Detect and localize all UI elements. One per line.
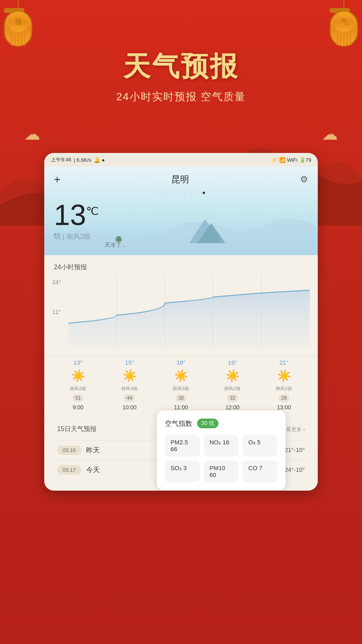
day-name-1: 今天 <box>86 465 106 475</box>
forecast-columns: 13° ☀️ 南风2级 51 9:00 15° ☀️ 静风4级 44 10:00… <box>44 355 318 414</box>
forecast-humidity-3: 32 <box>227 394 237 402</box>
forecast-col-2: 18° ☀️ 静风5级 38 11:00 <box>155 356 207 414</box>
forecast-col-1: 15° ☀️ 静风4级 44 10:00 <box>104 356 155 414</box>
co-value: 7 <box>259 464 262 471</box>
air-item-no2: NO₂ 16 <box>204 435 239 456</box>
chart-y-top: 24° <box>52 279 61 285</box>
battery-icon: 🔋79 <box>299 157 311 163</box>
status-left: 上午9:46 | 6.6K/s 🔔 ● <box>51 156 105 163</box>
no2-value: 16 <box>222 439 229 446</box>
bluetooth-icon: ⚡ <box>271 157 278 163</box>
so2-value: 3 <box>183 464 187 471</box>
forecast-wind-3: 静风2级 <box>208 386 257 392</box>
air-quality-label: 空气指数 <box>165 419 192 428</box>
air-item-co: CO 7 <box>243 460 278 482</box>
forecast-time-2: 11:00 <box>157 404 205 411</box>
hero-section: 天气预报 24小时实时预报 空气质量 <box>0 48 362 104</box>
phone-card: 上午9:46 | 6.6K/s 🔔 ● ⚡ 📶 WiFi 🔋79 + 昆明 <box>44 153 318 491</box>
forecast-icon-0: ☀️ <box>54 369 102 382</box>
lantern-right: 气 <box>330 0 358 47</box>
wifi-icon: WiFi <box>287 157 298 163</box>
status-network: | 6.6K/s <box>74 157 91 163</box>
forecast-24h-title: 24小时预报 <box>44 263 318 272</box>
air-item-pm10: PM10 60 <box>204 460 239 482</box>
air-item-pm25: PM2.5 66 <box>165 435 200 456</box>
settings-button[interactable]: ⚙ <box>300 174 308 185</box>
weather-header: + 昆明 ⚙ · · · · · · · · ● 13℃ 晴 | 南风2级 天冷… <box>44 167 318 255</box>
swirls: ☁ ☁ <box>0 125 362 143</box>
chart-y-bottom: 11° <box>52 309 61 315</box>
forecast-time-3: 12:00 <box>208 404 257 411</box>
forecast-time-4: 13:00 <box>260 404 308 411</box>
forecast-24h-section: 24小时预报 24° 11° <box>44 257 318 414</box>
signal-icon: 📶 <box>279 157 286 163</box>
forecast-icon-4: ☀️ <box>260 369 308 382</box>
forecast-humidity-0: 51 <box>73 394 83 402</box>
day-date-1: 03.17 <box>57 465 81 475</box>
air-item-o3: O₃ 5 <box>243 435 278 456</box>
day-date-0: 03.16 <box>57 446 81 455</box>
air-quality-popup: 空气指数 30 优 PM2.5 66 NO₂ 16 O₃ 5 SO₂ 3 PM1… <box>157 411 286 490</box>
air-item-so2: SO₂ 3 <box>165 460 200 482</box>
forecast-icon-3: ☀️ <box>208 369 257 382</box>
forecast-wind-0: 南风2级 <box>54 386 102 392</box>
air-quality-grid: PM2.5 66 NO₂ 16 O₃ 5 SO₂ 3 PM10 60 CO 7 <box>165 435 278 482</box>
air-popup-header: 空气指数 30 优 <box>165 419 278 428</box>
status-right: ⚡ 📶 WiFi 🔋79 <box>271 157 311 163</box>
pm25-value: 66 <box>171 446 177 452</box>
forecast-wind-4: 静风2级 <box>260 386 308 392</box>
forecast-wind-2: 静风5级 <box>157 386 205 392</box>
forecast-time-0: 9:00 <box>54 404 102 411</box>
air-quality-badge: 30 优 <box>197 419 218 428</box>
forecast-temp-0: 13° <box>54 359 102 366</box>
add-city-button[interactable]: + <box>54 173 60 186</box>
page-dots: · · · · · · · · ● <box>54 189 308 196</box>
status-time: 上午9:46 <box>51 156 71 163</box>
forecast-temp-3: 19° <box>208 359 257 366</box>
forecast-col-3: 19° ☀️ 静风2级 32 12:00 <box>207 356 258 414</box>
o3-value: 5 <box>257 439 260 446</box>
forecast-time-1: 10:00 <box>105 404 154 411</box>
forecast-wind-1: 静风4级 <box>105 386 154 392</box>
forecast-humidity-2: 38 <box>176 394 186 402</box>
app-title: 天气预报 <box>0 48 362 85</box>
pm10-value: 60 <box>210 471 216 478</box>
forecast-temp-4: 21° <box>260 359 308 366</box>
status-bar: 上午9:46 | 6.6K/s 🔔 ● ⚡ 📶 WiFi 🔋79 <box>44 153 318 167</box>
city-name: 昆明 <box>171 173 189 186</box>
weather-nav: + 昆明 ⚙ <box>54 173 308 186</box>
weather-note: 天冷了， <box>105 242 127 249</box>
mountain-illustration <box>44 215 318 255</box>
forecast-humidity-1: 44 <box>124 394 134 402</box>
forecast-humidity-4: 28 <box>279 394 289 402</box>
day-name-0: 昨天 <box>86 446 106 455</box>
status-icons: 🔔 ● <box>94 157 105 163</box>
app-subtitle: 24小时实时预报 空气质量 <box>0 90 362 104</box>
forecast-icon-1: ☀️ <box>105 369 154 382</box>
forecast-col-0: 13° ☀️ 南风2级 51 9:00 <box>52 356 104 414</box>
forecast-temp-1: 15° <box>105 359 154 366</box>
lantern-left: 福 <box>4 0 32 47</box>
forecast-icon-2: ☀️ <box>157 369 205 382</box>
swirl-right: ☁ <box>322 125 338 143</box>
swirl-left: ☁ <box>24 125 40 143</box>
forecast-temp-2: 18° <box>157 359 205 366</box>
forecast-15day-title: 15日天气预报 <box>57 425 97 433</box>
temperature-chart: 24° 11° <box>44 275 318 355</box>
forecast-col-4: 21° ☀️ 静风2级 28 13:00 <box>258 356 310 414</box>
